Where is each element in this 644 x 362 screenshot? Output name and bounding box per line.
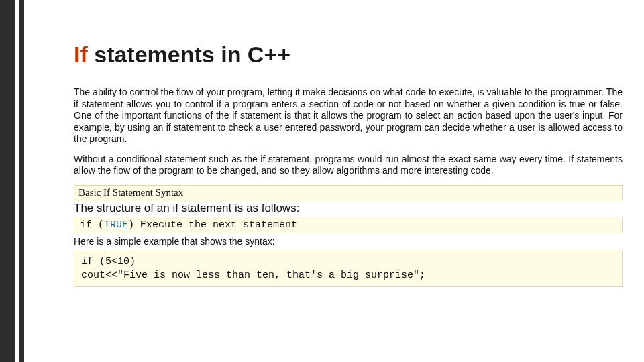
content-area: If statements in C++ The ability to cont… bbox=[74, 42, 623, 287]
code-example-block: if (5<10) cout<<"Five is now less than t… bbox=[74, 251, 623, 288]
title-rest: statements in C++ bbox=[88, 42, 290, 67]
code-syntax-keyword: TRUE bbox=[104, 219, 128, 231]
syntax-heading: Basic If Statement Syntax bbox=[74, 185, 623, 200]
page-title: If statements in C++ bbox=[74, 42, 623, 68]
paragraph-2: Without a conditional statement such as … bbox=[74, 154, 623, 177]
structure-text: The structure of an if statement is as f… bbox=[74, 202, 623, 215]
border-strip-thick bbox=[0, 0, 15, 362]
code-syntax-post: ) Execute the next statement bbox=[128, 219, 297, 231]
code-syntax-pre: if ( bbox=[80, 219, 104, 231]
code-syntax-line: if (TRUE) Execute the next statement bbox=[74, 217, 623, 233]
slide: If statements in C++ The ability to cont… bbox=[0, 0, 644, 362]
example-lead-text: Here is a simple example that shows the … bbox=[74, 236, 623, 247]
paragraph-1: The ability to control the flow of your … bbox=[74, 86, 623, 145]
title-highlight: If bbox=[74, 42, 88, 67]
border-strip-thin bbox=[19, 0, 24, 362]
